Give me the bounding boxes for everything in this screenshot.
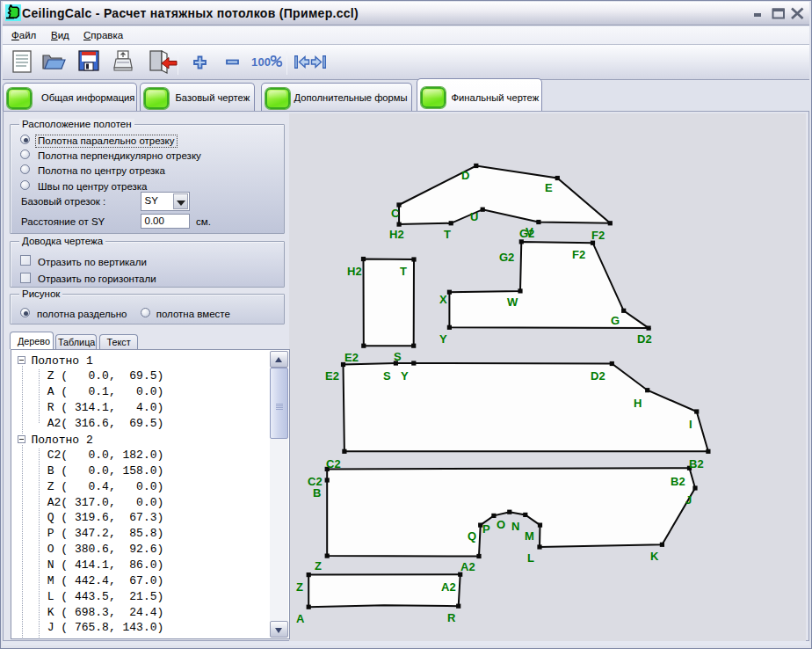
svg-text:W: W [507, 295, 518, 309]
svg-text:T: T [444, 228, 451, 241]
svg-text:K: K [650, 550, 659, 563]
svg-text:E: E [545, 181, 553, 194]
svg-text:R: R [447, 611, 456, 624]
svg-text:H2: H2 [389, 228, 404, 241]
svg-text:D2: D2 [591, 369, 605, 383]
svg-text:D2: D2 [637, 332, 652, 346]
svg-text:F2: F2 [572, 248, 585, 261]
svg-text:A: A [296, 612, 305, 625]
svg-text:F2: F2 [591, 229, 605, 242]
svg-text:C: C [391, 207, 400, 220]
svg-text:D: D [461, 169, 469, 182]
svg-text:H: H [634, 397, 642, 410]
svg-text:M: M [525, 529, 534, 543]
svg-text:N: N [511, 520, 519, 533]
svg-text:T: T [400, 265, 407, 278]
svg-text:L: L [527, 551, 534, 565]
svg-text:P: P [482, 522, 490, 536]
svg-text:U: U [470, 210, 478, 223]
svg-text:A2: A2 [460, 560, 475, 573]
svg-text:B2: B2 [689, 457, 704, 470]
svg-text:O: O [497, 518, 505, 531]
svg-text:G2: G2 [519, 227, 534, 240]
svg-text:S: S [394, 350, 402, 363]
svg-text:I: I [689, 418, 692, 431]
svg-text:Y: Y [401, 369, 409, 383]
svg-text:S: S [383, 369, 391, 383]
svg-text:X: X [439, 293, 447, 306]
svg-text:E2: E2 [344, 351, 359, 364]
svg-text:C2: C2 [326, 457, 341, 470]
svg-text:100: 100 [251, 55, 271, 69]
svg-text:H2: H2 [347, 265, 362, 278]
svg-text:B: B [313, 486, 321, 500]
svg-text:Q: Q [468, 529, 476, 543]
svg-text:B2: B2 [671, 475, 685, 488]
svg-text:A2: A2 [441, 580, 456, 594]
svg-text:J: J [685, 493, 692, 507]
svg-text:Z: Z [296, 580, 303, 594]
svg-text:Z: Z [315, 559, 322, 572]
svg-text:G: G [611, 314, 620, 327]
svg-text:G2: G2 [499, 251, 514, 264]
svg-text:Y: Y [439, 332, 447, 346]
svg-text:E2: E2 [325, 369, 339, 383]
